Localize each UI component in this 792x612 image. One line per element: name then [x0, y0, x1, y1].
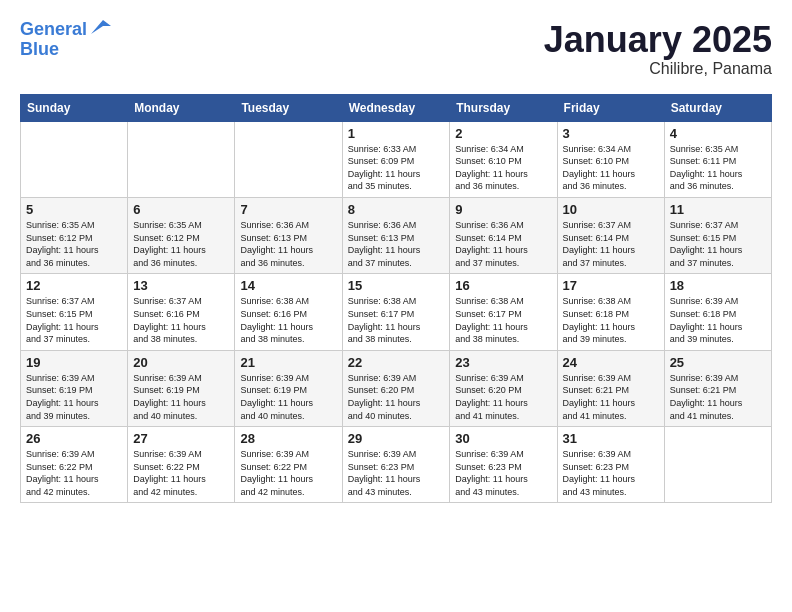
calendar-table: SundayMondayTuesdayWednesdayThursdayFrid… — [20, 94, 772, 504]
calendar-cell: 5Sunrise: 6:35 AM Sunset: 6:12 PM Daylig… — [21, 197, 128, 273]
calendar-day-header: Friday — [557, 94, 664, 121]
day-number: 8 — [348, 202, 445, 217]
day-info: Sunrise: 6:35 AM Sunset: 6:11 PM Dayligh… — [670, 143, 766, 193]
day-info: Sunrise: 6:38 AM Sunset: 6:17 PM Dayligh… — [348, 295, 445, 345]
day-info: Sunrise: 6:39 AM Sunset: 6:22 PM Dayligh… — [240, 448, 336, 498]
day-info: Sunrise: 6:35 AM Sunset: 6:12 PM Dayligh… — [26, 219, 122, 269]
day-info: Sunrise: 6:39 AM Sunset: 6:22 PM Dayligh… — [26, 448, 122, 498]
calendar-cell: 17Sunrise: 6:38 AM Sunset: 6:18 PM Dayli… — [557, 274, 664, 350]
calendar-day-header: Tuesday — [235, 94, 342, 121]
day-number: 14 — [240, 278, 336, 293]
day-info: Sunrise: 6:39 AM Sunset: 6:22 PM Dayligh… — [133, 448, 229, 498]
day-number: 2 — [455, 126, 551, 141]
day-info: Sunrise: 6:36 AM Sunset: 6:13 PM Dayligh… — [348, 219, 445, 269]
calendar-cell: 19Sunrise: 6:39 AM Sunset: 6:19 PM Dayli… — [21, 350, 128, 426]
day-info: Sunrise: 6:37 AM Sunset: 6:15 PM Dayligh… — [670, 219, 766, 269]
day-info: Sunrise: 6:34 AM Sunset: 6:10 PM Dayligh… — [563, 143, 659, 193]
calendar-cell: 21Sunrise: 6:39 AM Sunset: 6:19 PM Dayli… — [235, 350, 342, 426]
calendar-cell: 30Sunrise: 6:39 AM Sunset: 6:23 PM Dayli… — [450, 427, 557, 503]
day-info: Sunrise: 6:39 AM Sunset: 6:20 PM Dayligh… — [455, 372, 551, 422]
calendar-cell: 4Sunrise: 6:35 AM Sunset: 6:11 PM Daylig… — [664, 121, 771, 197]
calendar-cell: 16Sunrise: 6:38 AM Sunset: 6:17 PM Dayli… — [450, 274, 557, 350]
calendar-header-row: SundayMondayTuesdayWednesdayThursdayFrid… — [21, 94, 772, 121]
day-number: 15 — [348, 278, 445, 293]
day-info: Sunrise: 6:39 AM Sunset: 6:20 PM Dayligh… — [348, 372, 445, 422]
day-number: 22 — [348, 355, 445, 370]
day-number: 11 — [670, 202, 766, 217]
svg-marker-0 — [91, 20, 111, 34]
day-info: Sunrise: 6:33 AM Sunset: 6:09 PM Dayligh… — [348, 143, 445, 193]
calendar-week-row: 1Sunrise: 6:33 AM Sunset: 6:09 PM Daylig… — [21, 121, 772, 197]
day-number: 18 — [670, 278, 766, 293]
day-number: 24 — [563, 355, 659, 370]
day-number: 19 — [26, 355, 122, 370]
day-number: 21 — [240, 355, 336, 370]
day-info: Sunrise: 6:39 AM Sunset: 6:19 PM Dayligh… — [240, 372, 336, 422]
day-info: Sunrise: 6:38 AM Sunset: 6:17 PM Dayligh… — [455, 295, 551, 345]
day-number: 25 — [670, 355, 766, 370]
day-number: 31 — [563, 431, 659, 446]
calendar-day-header: Sunday — [21, 94, 128, 121]
calendar-day-header: Monday — [128, 94, 235, 121]
calendar-cell — [664, 427, 771, 503]
day-info: Sunrise: 6:37 AM Sunset: 6:16 PM Dayligh… — [133, 295, 229, 345]
day-info: Sunrise: 6:36 AM Sunset: 6:14 PM Dayligh… — [455, 219, 551, 269]
calendar-cell — [128, 121, 235, 197]
calendar-cell: 7Sunrise: 6:36 AM Sunset: 6:13 PM Daylig… — [235, 197, 342, 273]
page-header: General Blue January 2025 Chilibre, Pana… — [20, 20, 772, 78]
day-info: Sunrise: 6:39 AM Sunset: 6:19 PM Dayligh… — [133, 372, 229, 422]
day-number: 10 — [563, 202, 659, 217]
day-info: Sunrise: 6:39 AM Sunset: 6:23 PM Dayligh… — [455, 448, 551, 498]
day-number: 5 — [26, 202, 122, 217]
calendar-cell: 8Sunrise: 6:36 AM Sunset: 6:13 PM Daylig… — [342, 197, 450, 273]
calendar-cell: 31Sunrise: 6:39 AM Sunset: 6:23 PM Dayli… — [557, 427, 664, 503]
day-info: Sunrise: 6:38 AM Sunset: 6:18 PM Dayligh… — [563, 295, 659, 345]
title-block: January 2025 Chilibre, Panama — [544, 20, 772, 78]
location-subtitle: Chilibre, Panama — [544, 60, 772, 78]
calendar-day-header: Wednesday — [342, 94, 450, 121]
calendar-cell: 15Sunrise: 6:38 AM Sunset: 6:17 PM Dayli… — [342, 274, 450, 350]
calendar-cell: 26Sunrise: 6:39 AM Sunset: 6:22 PM Dayli… — [21, 427, 128, 503]
day-number: 16 — [455, 278, 551, 293]
day-info: Sunrise: 6:37 AM Sunset: 6:15 PM Dayligh… — [26, 295, 122, 345]
calendar-week-row: 12Sunrise: 6:37 AM Sunset: 6:15 PM Dayli… — [21, 274, 772, 350]
day-info: Sunrise: 6:39 AM Sunset: 6:18 PM Dayligh… — [670, 295, 766, 345]
day-info: Sunrise: 6:35 AM Sunset: 6:12 PM Dayligh… — [133, 219, 229, 269]
logo-text-line2: Blue — [20, 40, 59, 60]
logo: General Blue — [20, 20, 111, 60]
day-info: Sunrise: 6:36 AM Sunset: 6:13 PM Dayligh… — [240, 219, 336, 269]
day-info: Sunrise: 6:39 AM Sunset: 6:21 PM Dayligh… — [563, 372, 659, 422]
calendar-day-header: Thursday — [450, 94, 557, 121]
calendar-cell: 25Sunrise: 6:39 AM Sunset: 6:21 PM Dayli… — [664, 350, 771, 426]
calendar-cell — [235, 121, 342, 197]
day-number: 30 — [455, 431, 551, 446]
calendar-cell: 20Sunrise: 6:39 AM Sunset: 6:19 PM Dayli… — [128, 350, 235, 426]
day-number: 1 — [348, 126, 445, 141]
day-number: 23 — [455, 355, 551, 370]
calendar-cell: 3Sunrise: 6:34 AM Sunset: 6:10 PM Daylig… — [557, 121, 664, 197]
day-number: 26 — [26, 431, 122, 446]
day-number: 7 — [240, 202, 336, 217]
calendar-cell: 24Sunrise: 6:39 AM Sunset: 6:21 PM Dayli… — [557, 350, 664, 426]
day-number: 29 — [348, 431, 445, 446]
calendar-cell: 14Sunrise: 6:38 AM Sunset: 6:16 PM Dayli… — [235, 274, 342, 350]
day-info: Sunrise: 6:39 AM Sunset: 6:21 PM Dayligh… — [670, 372, 766, 422]
day-info: Sunrise: 6:37 AM Sunset: 6:14 PM Dayligh… — [563, 219, 659, 269]
day-number: 9 — [455, 202, 551, 217]
calendar-cell: 10Sunrise: 6:37 AM Sunset: 6:14 PM Dayli… — [557, 197, 664, 273]
calendar-day-header: Saturday — [664, 94, 771, 121]
logo-bird-icon — [89, 16, 111, 38]
calendar-cell: 13Sunrise: 6:37 AM Sunset: 6:16 PM Dayli… — [128, 274, 235, 350]
day-info: Sunrise: 6:34 AM Sunset: 6:10 PM Dayligh… — [455, 143, 551, 193]
calendar-cell: 27Sunrise: 6:39 AM Sunset: 6:22 PM Dayli… — [128, 427, 235, 503]
day-info: Sunrise: 6:39 AM Sunset: 6:19 PM Dayligh… — [26, 372, 122, 422]
calendar-cell: 22Sunrise: 6:39 AM Sunset: 6:20 PM Dayli… — [342, 350, 450, 426]
calendar-cell: 11Sunrise: 6:37 AM Sunset: 6:15 PM Dayli… — [664, 197, 771, 273]
day-number: 6 — [133, 202, 229, 217]
calendar-cell: 29Sunrise: 6:39 AM Sunset: 6:23 PM Dayli… — [342, 427, 450, 503]
day-info: Sunrise: 6:39 AM Sunset: 6:23 PM Dayligh… — [563, 448, 659, 498]
calendar-cell: 18Sunrise: 6:39 AM Sunset: 6:18 PM Dayli… — [664, 274, 771, 350]
day-number: 27 — [133, 431, 229, 446]
calendar-cell: 6Sunrise: 6:35 AM Sunset: 6:12 PM Daylig… — [128, 197, 235, 273]
month-title: January 2025 — [544, 20, 772, 60]
